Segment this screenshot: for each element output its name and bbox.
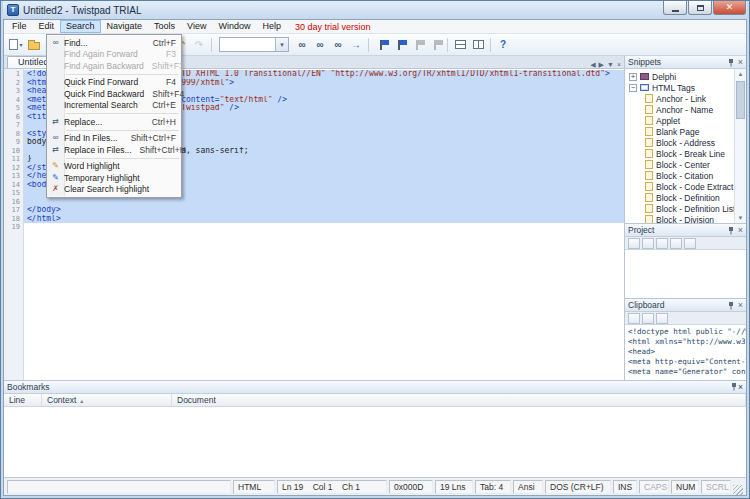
snippet-item-blank-page[interactable]: Blank Page (625, 126, 734, 137)
clipboard-entry-line[interactable]: <head> (628, 347, 746, 357)
snippet-item-block-code-extract[interactable]: Block - Code Extract (625, 181, 734, 192)
search-menu-list: ∞Find...Ctrl+FFind Again ForwardF3Find A… (47, 37, 181, 195)
snippet-item-block-definition[interactable]: Block - Definition (625, 192, 734, 203)
scroll-tabs-left-button[interactable]: ◀ (590, 61, 595, 68)
bookmarks-list[interactable] (4, 407, 746, 477)
line-number: 17 (4, 206, 24, 215)
tree-group-delphi[interactable]: +Delphi (625, 71, 734, 82)
close-button[interactable]: ✕ (713, 1, 746, 15)
pin-icon[interactable] (730, 382, 738, 393)
snippet-item-block-center[interactable]: Block - Center (625, 159, 734, 170)
open-button[interactable] (25, 36, 43, 54)
menu-item-find[interactable]: ∞Find...Ctrl+F (47, 37, 181, 49)
clipboard-header[interactable]: Clipboard × (625, 299, 746, 312)
menu-item-quick-find-forward[interactable]: Quick Find ForwardF4 (47, 77, 181, 89)
column-header-document[interactable]: Document (172, 394, 746, 406)
copy-entry-button[interactable] (628, 313, 640, 324)
menubar-item-file[interactable]: File (6, 20, 33, 33)
find-button[interactable]: ∞ (293, 36, 311, 54)
close-panel-icon[interactable]: × (738, 226, 743, 235)
maximize-button[interactable] (688, 1, 712, 15)
menu-item-incremental-search[interactable]: Incremental SearchCtrl+E (47, 100, 181, 112)
paste-entry-button[interactable] (642, 313, 654, 324)
new-button[interactable]: ▾ (7, 36, 25, 54)
tree-group-html-tags[interactable]: −HTML Tags (625, 82, 734, 93)
next-bookmark-button[interactable] (390, 36, 408, 54)
snippet-item-block-definition-list[interactable]: Block - Definition List (625, 203, 734, 214)
scroll-tabs-right-button[interactable]: ▶ (599, 61, 604, 68)
new-project-button[interactable] (628, 238, 640, 249)
close-panel-icon[interactable]: × (738, 382, 743, 392)
menubar-item-tools[interactable]: Tools (148, 20, 181, 33)
menubar-item-view[interactable]: View (181, 20, 212, 33)
menubar-item-edit[interactable]: Edit (33, 20, 61, 33)
pin-icon[interactable] (727, 301, 735, 310)
menu-item-shortcut: Ctrl+H (152, 117, 176, 127)
pin-icon[interactable] (727, 58, 735, 67)
open-project-button[interactable] (642, 238, 654, 249)
scrollbar-thumb[interactable] (736, 81, 745, 119)
pin-icon[interactable] (727, 226, 735, 235)
menu-item-replace[interactable]: ⇄Replace...Ctrl+H (47, 116, 181, 128)
snippet-item-block-break-line[interactable]: Block - Break Line (625, 148, 734, 159)
bookmarks-header[interactable]: Bookmarks × (4, 381, 746, 394)
clipboard-entry-line[interactable]: <meta http-equiv="Content-Type" (628, 357, 746, 367)
snippet-item-block-citation[interactable]: Block - Citation (625, 170, 734, 181)
minimize-button[interactable] (663, 1, 687, 15)
editor-line[interactable]: 18</html> (4, 215, 624, 224)
tab-list-button[interactable]: ▼ (607, 61, 614, 68)
editor-line[interactable]: 19 (4, 223, 624, 232)
snippet-item-block-division[interactable]: Block - Division (625, 214, 734, 223)
scroll-up-icon[interactable]: ▲ (735, 69, 746, 79)
remove-file-button[interactable] (670, 238, 682, 249)
collapse-icon[interactable]: − (629, 84, 637, 92)
snippets-header[interactable]: Snippets × (625, 56, 746, 69)
split-horizontal-button[interactable] (451, 36, 469, 54)
split-vertical-button[interactable] (469, 36, 487, 54)
project-body[interactable] (625, 250, 746, 298)
add-file-button[interactable] (656, 238, 668, 249)
find-in-files-button[interactable]: ∞ (329, 36, 347, 54)
resize-grip[interactable] (733, 485, 743, 495)
clear-clipboard-button[interactable] (656, 313, 668, 324)
chevron-down-icon[interactable]: ▼ (275, 38, 288, 51)
go-button[interactable]: → (347, 36, 365, 54)
menu-item-quick-find-backward[interactable]: Quick Find BackwardShift+F4 (47, 88, 181, 100)
menubar-item-help[interactable]: Help (256, 20, 287, 33)
menubar-item-window[interactable]: Window (212, 20, 256, 33)
column-header-line[interactable]: Line (4, 394, 42, 406)
menubar-item-navigate[interactable]: Navigate (101, 20, 149, 33)
toggle-bookmark-button[interactable] (372, 36, 390, 54)
snippets-scrollbar[interactable]: ▲ ▼ (734, 69, 746, 223)
menu-item-replace-in-files[interactable]: ⇄Replace in Files...Shift+Ctrl+H (47, 144, 181, 156)
clipboard-entry-line[interactable]: <!doctype html public "-//W3C//DT (628, 327, 746, 337)
editor-line[interactable]: 17</body> (4, 206, 624, 215)
expand-icon[interactable]: + (629, 73, 637, 81)
close-tab-button[interactable]: × (617, 61, 621, 68)
close-panel-icon[interactable]: × (738, 58, 743, 67)
clipboard-entry-line[interactable]: <html xmlns="http://www.w3.org/1 (628, 337, 746, 347)
snippet-item-block-address[interactable]: Block - Address (625, 137, 734, 148)
clipboard-body[interactable]: <!doctype html public "-//W3C//DT<html x… (625, 325, 746, 380)
title-bar[interactable]: T Untitled2 - Twistpad TRIAL ✕ (3, 1, 747, 19)
menu-item-find-in-files[interactable]: ∞Find In Files...Shift+Ctrl+F (47, 133, 181, 145)
menu-separator (66, 113, 179, 114)
snippet-item-applet[interactable]: Applet (625, 115, 734, 126)
menubar-item-search[interactable]: Search (60, 20, 101, 33)
menu-item-temporary-highlight[interactable]: ✎Temporary Highlight (47, 172, 181, 184)
scroll-down-icon[interactable]: ▼ (735, 213, 746, 223)
help-button[interactable]: ? (494, 36, 512, 54)
snippet-item-anchor-name[interactable]: Anchor - Name (625, 104, 734, 115)
chevron-down-icon[interactable]: ▾ (19, 41, 22, 48)
editor-line[interactable]: 16 (4, 198, 624, 207)
project-properties-button[interactable] (684, 238, 696, 249)
snippet-item-anchor-link[interactable]: Anchor - Link (625, 93, 734, 104)
find-next-button[interactable]: ∞ (311, 36, 329, 54)
clipboard-entry-line[interactable]: <meta name="Generator" conte (628, 367, 746, 377)
menu-item-word-highlight[interactable]: ✎Word Highlight (47, 161, 181, 173)
search-text-combo[interactable]: ▼ (219, 37, 289, 52)
close-panel-icon[interactable]: × (738, 301, 743, 310)
menu-item-clear-search-highlight[interactable]: ✗Clear Search Highlight (47, 184, 181, 196)
project-header[interactable]: Project × (625, 224, 746, 237)
column-header-context[interactable]: Context▴ (42, 394, 172, 406)
